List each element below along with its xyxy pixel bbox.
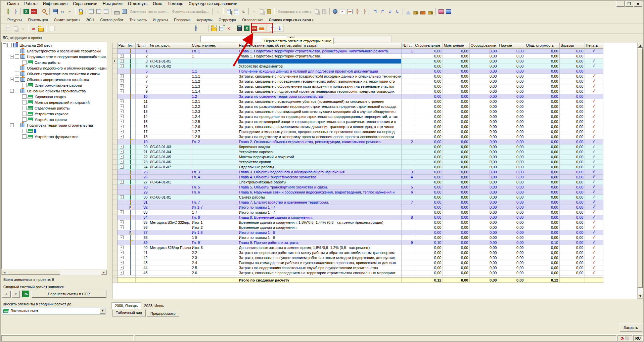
short-name-cell[interactable]: Гл. 3: [191, 169, 238, 174]
checkbox-checked-icon[interactable]: ✓: [120, 125, 124, 128]
table-row[interactable]: 39Гл. 9Глава 9. Прочие работы и затраты.…: [112, 240, 603, 245]
estimate-code-cell[interactable]: ЛС-02-01-06: [149, 159, 191, 164]
estimate-code-cell[interactable]: ЛС-02-01-04: [149, 149, 191, 154]
value-cell-6[interactable]: 0,00: [559, 74, 585, 79]
tree-item[interactable]: Благоустройство и озеленение территории: [2, 48, 106, 54]
value-cell-3[interactable]: 0,00: [469, 69, 498, 74]
print-cell[interactable]: √: [585, 48, 603, 53]
table-row[interactable]: ✓20ЛС-02-01-03Кирпичная кладка0,000,000,…: [112, 144, 603, 149]
value-cell-4[interactable]: 0,00: [498, 179, 525, 184]
tree-checkbox[interactable]: [22, 60, 27, 65]
value-cell-5[interactable]: 0,00: [525, 195, 559, 200]
table-row[interactable]: 26Гл. 4Глава 4. Объекты энергетического …: [112, 174, 603, 179]
value-cell-6[interactable]: 0,00: [559, 94, 585, 99]
value-cell-4[interactable]: 0,00: [498, 74, 525, 79]
home-icon[interactable]: [199, 25, 207, 32]
value-cell-4[interactable]: 0,00: [498, 84, 525, 89]
value-cell-1[interactable]: 0,00: [414, 210, 443, 215]
name-cell[interactable]: Затраты по разминированию территории стр…: [238, 104, 401, 109]
scrollbar-thumb[interactable]: [638, 48, 643, 288]
short-name-cell[interactable]: 1.2.1: [191, 99, 238, 104]
menu-item-8[interactable]: Помощь: [165, 1, 186, 6]
checkbox-checked-icon[interactable]: ✓: [120, 261, 124, 264]
panel-tab-11[interactable]: Оглавление: [239, 17, 266, 23]
value-cell-6[interactable]: 0,00: [559, 235, 585, 240]
checkbox-checked-icon[interactable]: ✓: [120, 74, 124, 78]
language-indicator[interactable]: RU: [633, 335, 643, 342]
estimate-code-cell[interactable]: ЛС-04-01-01: [149, 179, 191, 184]
scroll-up-icon[interactable]: ▲: [638, 43, 643, 48]
value-cell-5[interactable]: 0,00: [525, 270, 559, 275]
print-cell[interactable]: √: [585, 63, 603, 69]
estimate-code-cell[interactable]: [149, 79, 191, 84]
name-cell[interactable]: Монтаж перекрытий и покрытий: [238, 154, 401, 159]
menu-item-3[interactable]: Информация: [40, 1, 70, 6]
value-cell-5[interactable]: 0,00: [525, 230, 559, 235]
estimate-code-cell[interactable]: [149, 265, 191, 270]
checkbox-checked-icon[interactable]: ✓: [120, 120, 124, 123]
tree-checkbox[interactable]: [15, 49, 19, 53]
value-cell-1[interactable]: 0,00: [414, 79, 443, 84]
panel-tab-3[interactable]: Лимит. затраты: [51, 17, 83, 23]
estimate-code-cell[interactable]: [149, 53, 191, 58]
value-cell-6[interactable]: 0,00: [559, 245, 585, 250]
table-row[interactable]: 19Гл. 2Глава 2. Основные объекты строите…: [112, 139, 603, 144]
menu-item-2[interactable]: Работа: [21, 1, 40, 6]
name-cell[interactable]: Глава 7. Благоустройство и озеленение те…: [238, 200, 401, 205]
print-cell[interactable]: [585, 94, 603, 99]
short-name-cell[interactable]: 1.2.2: [191, 104, 238, 109]
name-cell[interactable]: Затраты, связанные с изменением схемы дв…: [238, 124, 401, 129]
scroll-left-icon[interactable]: ◄: [2, 270, 7, 275]
value-cell-4[interactable]: 0,00: [498, 235, 525, 240]
tree-checkbox[interactable]: [22, 83, 27, 87]
value-cell-3[interactable]: 0,00: [469, 210, 498, 215]
value-cell-1[interactable]: 0,00: [414, 174, 443, 179]
print-cell[interactable]: √: [585, 260, 603, 265]
refresh-icon[interactable]: ↻: [59, 8, 66, 15]
include-checkbox-cell[interactable]: ✓: [117, 129, 126, 134]
name-cell[interactable]: Устройство кровли: [238, 159, 401, 164]
value-cell-3[interactable]: 0,00: [469, 144, 498, 149]
short-name-cell[interactable]: Гл. 9: [191, 240, 238, 245]
short-name-cell[interactable]: 1.2.7: [191, 129, 238, 134]
short-name-cell[interactable]: 2.6: [191, 270, 238, 275]
value-cell-2[interactable]: 0,00: [443, 265, 469, 270]
print-cell[interactable]: √: [585, 154, 603, 159]
value-cell-6[interactable]: 0,00: [559, 104, 585, 109]
value-cell-4[interactable]: 0,00: [498, 99, 525, 104]
tree-item[interactable]: Объекты транспортного хозяйства и связи: [2, 71, 106, 77]
include-checkbox-cell[interactable]: ✓: [117, 104, 126, 109]
tree-item[interactable]: −Объекты энергетического хозяйства: [2, 77, 106, 82]
short-name-cell[interactable]: 1.1: [191, 69, 238, 74]
name-cell[interactable]: Итого по главам 1 - 8: [238, 230, 401, 235]
value-cell-4[interactable]: 0,00: [498, 69, 525, 74]
estimate-code-cell[interactable]: [149, 99, 191, 104]
name-cell[interactable]: Приведение земельных участков, предостав…: [238, 129, 401, 134]
outdent-up-icon[interactable]: ↰: [372, 8, 379, 15]
include-checkbox-cell[interactable]: ✓: [117, 119, 126, 124]
value-cell-4[interactable]: 0,00: [498, 79, 525, 84]
value-cell-6[interactable]: 0,00: [559, 230, 585, 235]
value-cell-1[interactable]: 0,00: [414, 220, 443, 225]
name-cell[interactable]: Глава 6. Наружные сети и сооружения водо…: [238, 189, 401, 195]
value-cell-5[interactable]: 0,00: [525, 174, 559, 179]
value-cell-1[interactable]: 0,00: [414, 69, 443, 74]
value-cell-3[interactable]: 0,00: [469, 240, 498, 245]
export-pdf-icon[interactable]: PDF: [30, 8, 37, 15]
value-cell-5[interactable]: 0,00: [525, 53, 559, 58]
tree-item[interactable]: Электромонтажные работы: [2, 82, 106, 88]
print-cell[interactable]: √: [585, 184, 603, 189]
tree-checkbox[interactable]: [15, 66, 19, 70]
value-cell-1[interactable]: 0,00: [414, 189, 443, 195]
include-checkbox-cell[interactable]: [117, 174, 126, 179]
table-row[interactable]: ✓71.1.2Затраты, связанные с проведением …: [112, 79, 603, 84]
table-row[interactable]: ✓432.4Расходы на командировки рабочих и …: [112, 260, 603, 265]
view-tab-table[interactable]: Табличный вид: [112, 309, 146, 316]
value-cell-4[interactable]: 0,00: [498, 119, 525, 124]
value-cell-2[interactable]: 0,00: [443, 69, 469, 74]
value-cell-6[interactable]: 0,00: [559, 265, 585, 270]
value-cell-3[interactable]: 0,00: [469, 109, 498, 114]
value-cell-2[interactable]: 0,00: [443, 84, 469, 89]
value-cell-1[interactable]: 0,00: [414, 129, 443, 134]
name-cell[interactable]: Сантех работы: [238, 195, 401, 200]
